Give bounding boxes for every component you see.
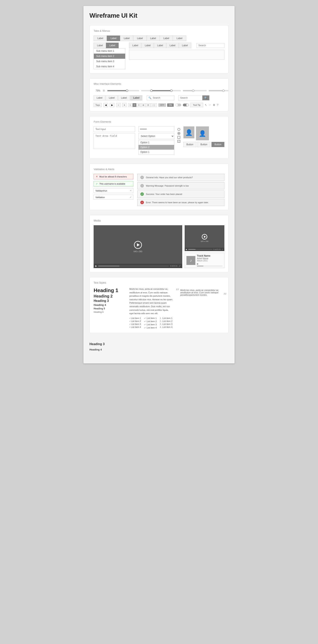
list-col-check: ✓List item 1 ✓List item 2 ✓List item 3 ✓… (144, 317, 156, 329)
blockquote: " Morbi leo risus, porta ac consectetur … (177, 287, 224, 298)
quote-right-icon: " (223, 292, 226, 300)
play-btn-small[interactable] (202, 234, 207, 240)
btn-2[interactable]: Button (198, 142, 211, 147)
nav-prev-btn[interactable]: ◀ (103, 103, 108, 107)
audio-info: Track Name Artist Name Album 2011 ▶ (197, 254, 223, 266)
dropdown-item-3[interactable]: Sub menu item 3 (94, 59, 125, 64)
video-progress-track[interactable] (98, 266, 169, 266)
video-progress-track-small[interactable] (188, 249, 213, 250)
search-with-button: 🔍 (178, 95, 210, 100)
textarea-input[interactable] (94, 133, 135, 149)
video-progress-fill (98, 266, 119, 266)
val-item-success: ✓ This username is available (94, 181, 133, 186)
pg-btn-grid[interactable]: ⊞ (141, 103, 145, 107)
password-input[interactable] (138, 126, 174, 132)
play-ctrl-small[interactable]: ▶ (186, 248, 188, 250)
breadcrumb-item-4[interactable]: Label (130, 95, 142, 100)
breadcrumb-item-2[interactable]: Label (106, 95, 117, 100)
search-input-2[interactable] (179, 96, 202, 100)
slider-1-thumb[interactable] (126, 90, 128, 92)
slider-3[interactable] (209, 90, 229, 91)
tooltip-box: Tool Tip (190, 103, 203, 107)
slider-2-thumb[interactable] (192, 90, 194, 92)
tab-row1-item-4[interactable]: Label (133, 36, 146, 41)
pg-btn-list[interactable]: ☰ (146, 103, 150, 107)
range-thumb-right[interactable] (170, 90, 173, 92)
increment-btn[interactable]: + (122, 103, 127, 107)
audio-play-btn[interactable]: ▶ (197, 262, 199, 265)
dd-item-1[interactable]: Option 1 (138, 140, 174, 145)
dd-item-3[interactable]: Option 1 (138, 150, 174, 154)
text-styles-grid: Heading 1 Heading 2 Heading 3 Heading 4 … (94, 287, 224, 329)
slider-3-thumb[interactable] (222, 90, 225, 92)
tab-row1-item-3[interactable]: Label (120, 36, 133, 41)
fullscreen-icon[interactable]: ⤢ (179, 264, 181, 267)
tab-right-4[interactable]: Label (166, 43, 179, 48)
pg-btn-col[interactable]: ❘❘ (151, 103, 157, 107)
blockquote-column: " Morbi leo risus, porta ac consectetur … (177, 287, 224, 329)
tab-row1-item-6[interactable]: Label (160, 36, 173, 41)
checkbox-item-2[interactable]: ✓ (178, 140, 180, 143)
heading-3: Heading 3 (94, 299, 125, 303)
tab-right-1[interactable]: Label (129, 43, 141, 48)
select-input[interactable]: Select Option Option 1 Option 2 (138, 133, 174, 139)
video-controls-large: ▶ 0:42/3:31 ⤢ (94, 264, 182, 268)
dropdown-item-1[interactable]: Sub menu item 1 (94, 48, 125, 54)
range-slider[interactable] (141, 90, 181, 91)
audio-progress[interactable] (197, 266, 223, 266)
toggle-switch-1[interactable] (175, 104, 181, 106)
tab-row2-item-2[interactable]: Label (106, 43, 118, 48)
list-item-num-3: 3.List item 3 (160, 323, 172, 325)
tab-row1-item-2[interactable]: Label (107, 36, 120, 41)
breadcrumb-item-1[interactable]: Label (94, 95, 105, 100)
breadcrumb-item-3[interactable]: Label (118, 95, 130, 100)
decrement-btn[interactable]: − (116, 103, 120, 107)
dropdown-item-2[interactable]: Sub menu item 2 (94, 54, 125, 59)
pg-btn-2[interactable]: 2 (132, 103, 136, 107)
val-input-1[interactable]: Validayshun ✕ (94, 188, 133, 193)
btn-3[interactable]: Button (212, 142, 224, 147)
slider-1[interactable] (107, 90, 139, 91)
checkbox-item-1[interactable] (178, 136, 180, 139)
play-ctrl[interactable]: ▶ (95, 264, 97, 267)
pg-btn-3[interactable]: 3 (137, 103, 141, 107)
tab-row1-item-5[interactable]: Label (146, 36, 160, 41)
text-input[interactable] (94, 126, 135, 132)
slider-2-fill (183, 90, 192, 91)
radio-item-2[interactable] (178, 132, 180, 135)
list-item-check-1: ✓List item 1 (144, 317, 156, 320)
tab-row1-item-1[interactable]: Label (94, 36, 107, 41)
radio-item-1[interactable] (178, 128, 180, 131)
btn-1[interactable]: Button (184, 142, 196, 147)
fullscreen-icon-small[interactable]: ⤢ (222, 248, 223, 250)
play-btn-large[interactable] (134, 241, 142, 249)
nav-next-btn[interactable]: ▶ (110, 103, 114, 107)
select-wrapper: Select Option Option 1 Option 2 (138, 133, 174, 140)
cursor-icons: ↖ ☞ ✥ ? (205, 104, 218, 106)
audio-fill (197, 266, 203, 266)
toggle-switch-2[interactable] (183, 104, 189, 106)
dd-item-2[interactable]: Option 2 (138, 145, 174, 150)
dropdown-item-4[interactable]: Sub menu item 4 (94, 64, 125, 69)
tab-search-input[interactable] (197, 43, 224, 48)
search-button[interactable]: 🔍 (202, 96, 209, 100)
range-thumb-left[interactable] (150, 90, 153, 92)
tab-row1-item-7[interactable]: Label (173, 36, 186, 41)
tab-right-2[interactable]: Label (141, 43, 154, 48)
pg-btn-1[interactable]: 1 (128, 103, 132, 107)
search-input-1[interactable] (153, 96, 173, 99)
tab-right-3[interactable]: Label (154, 43, 166, 48)
clear-icon[interactable]: ✕ (130, 189, 131, 192)
val-input-2[interactable]: Validation ✓ (94, 195, 133, 200)
toggle-knob-1 (176, 104, 178, 106)
tab-right-5[interactable]: Label (179, 43, 191, 48)
time-label-large: 0:42/3:31 (170, 265, 178, 267)
list-col-plain: •List item 1 •List item 2 •List item 3 •… (129, 317, 141, 329)
slider-2[interactable] (183, 90, 207, 91)
tabs-row-1: Label Label Label Label Label Label Labe… (94, 36, 224, 41)
toggle-on[interactable]: ON (167, 104, 174, 107)
progress-label: 79% (96, 89, 100, 92)
search-box-1[interactable]: 🔍 (147, 96, 174, 100)
toggle-off[interactable]: OFF (158, 104, 166, 107)
tab-row2-item-1[interactable]: Label (94, 43, 106, 48)
